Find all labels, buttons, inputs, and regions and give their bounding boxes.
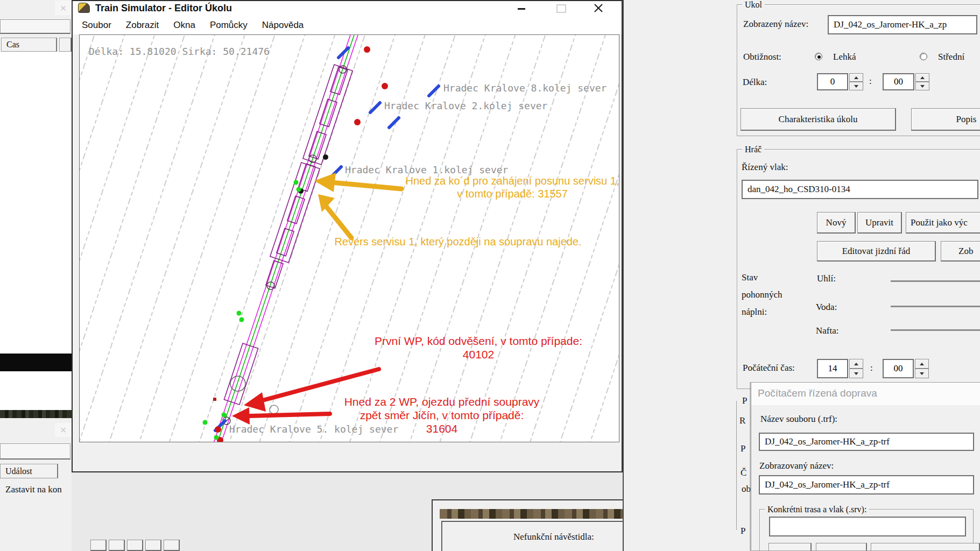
annotation-revers: Revers servisu 1, který později na soupr… — [323, 235, 593, 248]
displayed-name-field[interactable]: DJ_042_os_Jaromer-HK_a_zp-trf — [759, 475, 974, 495]
spinner-down-icon[interactable] — [849, 82, 863, 90]
player-groupbox: Hráč Řízený vlak: dan_042_ho_CSD310-0134… — [737, 149, 980, 389]
column-header-extra[interactable] — [59, 38, 72, 52]
start-hours-spinner[interactable]: 14 — [817, 359, 863, 378]
difficulty-easy-radio[interactable] — [815, 53, 822, 60]
annotation-line: v tomto případě: 31557 — [378, 187, 619, 200]
length-minutes-spinner[interactable]: 00 — [883, 73, 929, 90]
spinner-value: 00 — [883, 73, 914, 90]
srv-field[interactable] — [769, 517, 966, 536]
driven-train-label: Řízený vlak: — [742, 162, 788, 173]
overlay-button[interactable] — [871, 543, 980, 551]
task-properties-panel: Ukol Zobrazený název: DJ_042_os_Jaromer-… — [623, 0, 980, 551]
spinner-up-icon[interactable] — [849, 73, 863, 82]
trf-file-label: Název souboru (.trf): — [760, 414, 837, 425]
start-minutes-spinner[interactable]: 00 — [883, 359, 929, 378]
close-icon[interactable]: × — [55, 1, 72, 15]
spinner-value: 0 — [817, 73, 848, 90]
event-toolbar-strip[interactable] — [0, 443, 70, 460]
titlebar[interactable]: Train Simulator - Editor Úkolu — [73, 1, 622, 16]
description-button[interactable]: Popis — [911, 108, 980, 131]
mini-button[interactable] — [164, 540, 180, 551]
spinner-up-icon[interactable] — [849, 359, 863, 369]
difficulty-medium-label[interactable]: Střední — [938, 52, 964, 62]
spinner-up-icon[interactable] — [915, 73, 929, 82]
window-title: Train Simulator - Editor Úkolu — [95, 3, 232, 14]
close-icon[interactable]: × — [55, 423, 72, 437]
ai-traffic-title: Počítačem řízená doprava — [758, 387, 877, 399]
left-toolbar-strip[interactable] — [0, 19, 70, 34]
srv-legend: Konkrétni trasa a vlak (.srv): — [765, 504, 869, 514]
spinner-down-icon[interactable] — [915, 82, 929, 90]
menu-okna[interactable]: Okna — [173, 20, 195, 31]
annotation-line: Hned za 2 WP, ojezdu přední soupravy — [307, 395, 576, 408]
edit-button[interactable]: Upravit — [857, 212, 902, 234]
minimize-icon — [518, 8, 525, 10]
spinner-value: 14 — [817, 359, 848, 378]
menu-pomucky[interactable]: Pomůcky — [210, 20, 248, 31]
time-colon: : — [870, 363, 873, 373]
track-label-2: Hradec Kralove 2.kolej sever — [384, 100, 547, 111]
start-time-label: Počáteční čas: — [743, 363, 795, 373]
driven-train-value: dan_042_ho_CSD310-0134 — [748, 184, 850, 195]
close-button[interactable] — [593, 2, 604, 14]
photo-thumbnail-strip — [0, 410, 72, 418]
overlay-button[interactable] — [769, 543, 812, 551]
route-map[interactable]: Délka: 15.81020 Sirka: 50.21476 Hradec K… — [79, 34, 619, 442]
annotation-line: První WP, kód odvěšení, v tomto případe: — [344, 334, 613, 348]
spinner-down-icon[interactable] — [915, 369, 929, 378]
fuel-state-label: Stav — [742, 272, 758, 283]
annotation-line: Revers servisu 1, který později na soupr… — [323, 235, 593, 248]
clipped-label-fragment: Č — [741, 468, 746, 478]
maximize-button[interactable] — [555, 3, 567, 15]
minimize-button[interactable] — [516, 3, 527, 15]
annotation-wp2: Hned za 2 WP, ojezdu přední soupravy zpě… — [307, 395, 576, 435]
clipped-label-fragment: R — [739, 415, 745, 426]
difficulty-medium-radio[interactable] — [920, 53, 927, 60]
displayed-name-label: Zobrazovaný název: — [759, 461, 834, 471]
mini-button[interactable] — [109, 540, 125, 551]
column-header-event[interactable]: Událost — [0, 464, 58, 478]
clipped-label-fragment: ob — [742, 484, 751, 495]
player-legend: Hráč — [742, 144, 764, 154]
diesel-slider[interactable] — [891, 329, 980, 331]
column-header-time-label: Cas — [6, 40, 19, 50]
overlay-button[interactable] — [816, 543, 867, 551]
menu-napoveda[interactable]: Nápověda — [262, 20, 304, 31]
length-hours-spinner[interactable]: 0 — [817, 73, 863, 90]
ai-traffic-titlebar[interactable]: Počítačem řízená doprava — [751, 383, 980, 405]
trf-file-field[interactable]: DJ_042_os_Jaromer-HK_a_zp-trf — [759, 433, 974, 451]
task-characteristics-button[interactable]: Charakteristika úkolu — [741, 108, 896, 131]
left-event-panel: × Cas × Událost Zastavit na kon — [0, 0, 72, 551]
spinner-up-icon[interactable] — [915, 359, 929, 369]
annotation-line: 40102 — [344, 348, 613, 361]
use-as-start-button[interactable]: Použit jako výc — [906, 212, 980, 234]
red-square-marker — [213, 398, 216, 401]
display-name-field[interactable]: DJ_042_os_Jaromer-HK_a_zp — [828, 15, 977, 34]
spinner-down-icon[interactable] — [849, 369, 863, 378]
coal-slider[interactable] — [891, 280, 980, 282]
length-label: Délka: — [743, 77, 767, 88]
mini-button[interactable] — [145, 540, 161, 551]
annotation-line: zpět směr Jičín, v tomto případě: — [307, 408, 576, 422]
driven-train-field[interactable]: dan_042_ho_CSD310-0134 — [742, 180, 978, 199]
edit-timetable-button[interactable]: Editovat jizdní řád — [817, 241, 936, 262]
track-label-1: Hradec Kralove 1.kolej sever — [345, 164, 508, 175]
menu-soubor[interactable]: Soubor — [82, 20, 111, 31]
show-button[interactable]: Zob — [941, 241, 980, 262]
ukol-legend: Ukol — [742, 0, 765, 10]
difficulty-label: Obtižnost: — [743, 52, 781, 62]
difficulty-easy-label[interactable]: Lehká — [833, 52, 856, 62]
column-header-time[interactable]: Cas — [1, 38, 57, 52]
menu-zobrazit[interactable]: Zobrazit — [126, 20, 159, 31]
clipped-label-fragment: P — [741, 443, 745, 454]
fuel-state-label: náplni: — [742, 307, 767, 317]
mini-button[interactable] — [90, 540, 107, 551]
map-coordinates: Délka: 15.81020 Sirka: 50.21476 — [89, 46, 270, 57]
spinner-value: 00 — [883, 359, 914, 378]
water-slider[interactable] — [891, 306, 980, 307]
mini-button[interactable] — [127, 540, 143, 551]
app-icon — [78, 3, 90, 13]
new-button[interactable]: Nový — [817, 212, 856, 234]
event-list-item[interactable]: Zastavit na kon — [5, 484, 72, 495]
